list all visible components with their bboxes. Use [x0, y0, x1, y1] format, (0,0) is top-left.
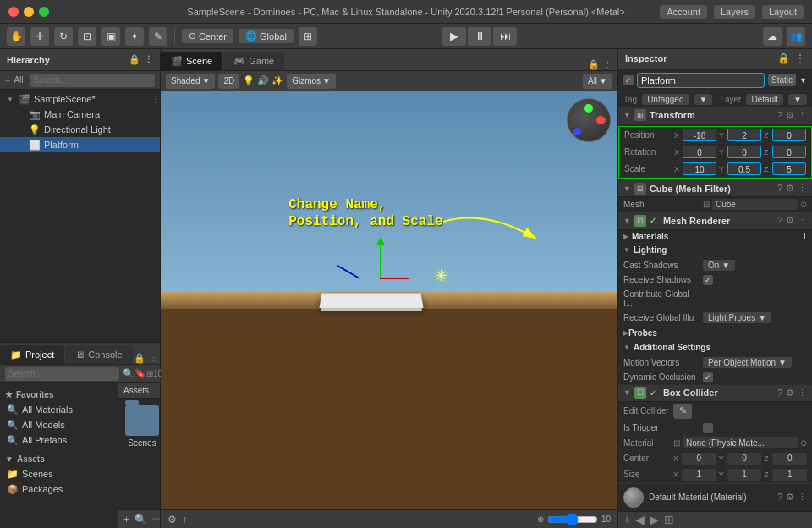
move-tool-icon[interactable]: ✛ — [30, 27, 49, 46]
hierarchy-search-input[interactable] — [30, 74, 155, 87]
status-settings-icon[interactable]: ⚙ — [167, 514, 177, 525]
project-menu-icon[interactable]: ⋮ — [149, 353, 158, 364]
transform-tool-icon[interactable]: ✦ — [125, 27, 144, 46]
material-menu-icon[interactable]: ⋮ — [798, 492, 807, 503]
scale-x-value[interactable]: 10 — [683, 162, 716, 175]
rot-z-value[interactable]: 0 — [772, 146, 806, 158]
zoom-range-input[interactable] — [547, 513, 598, 526]
edit-collider-button[interactable]: ✎ — [673, 404, 692, 419]
project-tab[interactable]: 📁 Project — [0, 345, 64, 364]
center-y-val[interactable]: 0 — [727, 453, 762, 465]
box-collider-menu-icon[interactable]: ⋮ — [798, 388, 807, 399]
mesh-renderer-menu-icon[interactable]: ⋮ — [798, 215, 807, 226]
scene-nav-gizmo[interactable]: X Y Z — [567, 98, 611, 142]
cast-shadows-dropdown[interactable]: On ▼ — [703, 260, 735, 271]
pos-x-value[interactable]: -18 — [683, 129, 716, 141]
rot-y-value[interactable]: 0 — [727, 146, 761, 158]
hierarchy-item-light[interactable]: 💡 Directional Light — [0, 122, 160, 137]
collider-material-value[interactable]: None (Physic Mate... — [683, 437, 798, 448]
inspector-menu-icon[interactable]: ⋮ — [795, 52, 805, 64]
transform-help-icon[interactable]: ? — [777, 110, 782, 121]
box-collider-help-icon[interactable]: ? — [777, 388, 782, 399]
favorites-header[interactable]: ★ Favorites — [0, 387, 118, 402]
center-z-val[interactable]: 0 — [772, 453, 807, 465]
tag-value[interactable]: Untagged — [642, 94, 689, 105]
go-name-input[interactable] — [637, 73, 765, 88]
mesh-renderer-header[interactable]: ▼ ⊡ ✓ Mesh Renderer ? ⚙ ⋮ — [618, 212, 812, 229]
mesh-filter-menu-icon[interactable]: ⋮ — [798, 183, 807, 194]
dynamic-occlusion-checkbox[interactable]: ✓ — [703, 372, 713, 382]
box-collider-enabled-check[interactable]: ✓ — [650, 388, 656, 398]
pause-button[interactable]: ⏸ — [468, 27, 491, 46]
receive-shadows-checkbox[interactable]: ✓ — [703, 275, 713, 285]
go-static-label[interactable]: Static — [768, 74, 796, 86]
rotate-tool-icon[interactable]: ↻ — [54, 27, 73, 46]
mesh-value[interactable]: Cube — [712, 199, 798, 210]
hierarchy-menu-icon[interactable]: ⋮ — [144, 54, 153, 65]
size-y-val[interactable]: 1 — [727, 469, 762, 481]
scenes-asset-item[interactable]: Scenes — [125, 405, 159, 448]
scene-menu-icon[interactable]: ⋮ — [151, 95, 160, 104]
is-trigger-checkbox[interactable] — [703, 423, 713, 433]
inspector-prev-icon[interactable]: ◀ — [635, 513, 645, 526]
mesh-renderer-help-icon[interactable]: ? — [777, 215, 782, 226]
scene-menu-icon2[interactable]: ⋮ — [603, 59, 612, 70]
center-x-val[interactable]: 0 — [682, 453, 716, 465]
project-search-input[interactable] — [5, 367, 119, 381]
transform-header[interactable]: ▼ ⊞ Transform ? ⚙ ⋮ — [618, 107, 812, 124]
console-tab[interactable]: 🖥 Console — [65, 345, 132, 364]
lighting-toggle-icon[interactable]: 💡 — [243, 75, 255, 86]
rect-tool-icon[interactable]: ▣ — [102, 27, 120, 46]
collab-icon[interactable]: 👥 — [787, 27, 805, 46]
shaded-dropdown[interactable]: Shaded ▼ — [166, 74, 215, 89]
project-all-prefabs[interactable]: 🔍 All Prefabs — [0, 432, 118, 448]
step-button[interactable]: ⏭ — [493, 27, 517, 46]
scene-view-area[interactable]: ✳ X Y Z Change Name, Position, and Scale — [161, 91, 617, 509]
scene-tab[interactable]: 🎬 Scene — [161, 52, 222, 70]
size-x-val[interactable]: 1 — [682, 469, 716, 481]
hand-tool-icon[interactable]: ✋ — [7, 27, 25, 46]
tag-arrow-icon[interactable]: ▼ — [694, 94, 713, 105]
project-filter2-icon[interactable]: 🔍 — [134, 514, 147, 525]
mesh-filter-settings-icon[interactable]: ⚙ — [786, 183, 794, 194]
layout-button[interactable]: Layout — [762, 5, 804, 19]
motion-vectors-dropdown[interactable]: Per Object Motion ▼ — [703, 357, 792, 368]
audio-toggle-icon[interactable]: 🔊 — [257, 75, 269, 86]
material-settings-icon[interactable]: ⚙ — [786, 492, 794, 503]
project-search-options-icon[interactable]: 🔍 — [123, 368, 134, 379]
mesh-renderer-settings-icon[interactable]: ⚙ — [786, 215, 794, 226]
hierarchy-item-platform[interactable]: ⬜ Platform — [0, 137, 160, 152]
project-all-materials[interactable]: 🔍 All Materials — [0, 402, 118, 417]
box-collider-settings-icon[interactable]: ⚙ — [786, 388, 794, 399]
light-probes-dropdown[interactable]: Light Probes ▼ — [703, 312, 771, 323]
scene-zoom-slider[interactable]: ⊕ 10 — [537, 513, 611, 526]
rot-x-value[interactable]: 0 — [683, 146, 716, 158]
mesh-pick-icon[interactable]: ⊙ — [800, 200, 807, 209]
game-tab[interactable]: 🎮 Game — [223, 52, 284, 70]
custom-tool-icon[interactable]: ✎ — [149, 27, 167, 46]
transform-menu-icon[interactable]: ⋮ — [798, 110, 807, 121]
services-icon[interactable]: ☁ — [763, 27, 782, 46]
go-active-checkbox[interactable]: ✓ — [623, 75, 634, 85]
additional-settings-header[interactable]: ▼ Additional Settings — [618, 341, 812, 355]
go-static-arrow-icon[interactable]: ▼ — [799, 76, 807, 85]
material-help-icon[interactable]: ? — [777, 492, 782, 503]
project-add-icon[interactable]: + — [123, 514, 129, 525]
global-local-button[interactable]: 🌐 Global — [239, 29, 294, 43]
hierarchy-all-label[interactable]: All — [14, 75, 23, 85]
scene-lock-icon[interactable]: 🔒 — [588, 59, 600, 70]
probes-section-header[interactable]: ▶ Probes — [618, 326, 812, 341]
minimize-button[interactable] — [24, 7, 34, 17]
close-button[interactable] — [8, 7, 19, 17]
hierarchy-item-scene[interactable]: ▼ 🎬 SampleScene* ⋮ — [0, 91, 160, 107]
scale-z-value[interactable]: 5 — [772, 162, 806, 175]
assets-header[interactable]: ▼ Assets — [0, 451, 118, 466]
snap-settings-icon[interactable]: ⊞ — [299, 27, 317, 46]
gizmos-dropdown[interactable]: Gizmos ▼ — [287, 74, 336, 89]
layers-button[interactable]: Layers — [714, 5, 755, 19]
project-all-models[interactable]: 🔍 All Models — [0, 417, 118, 432]
center-pivot-button[interactable]: ⊙ Center — [182, 29, 233, 43]
inspector-lock-icon[interactable]: 🔒 — [777, 52, 790, 64]
box-collider-header[interactable]: ▼ ☐ ✓ Box Collider ? ⚙ ⋮ — [618, 385, 812, 402]
scale-tool-icon[interactable]: ⊡ — [78, 27, 96, 46]
